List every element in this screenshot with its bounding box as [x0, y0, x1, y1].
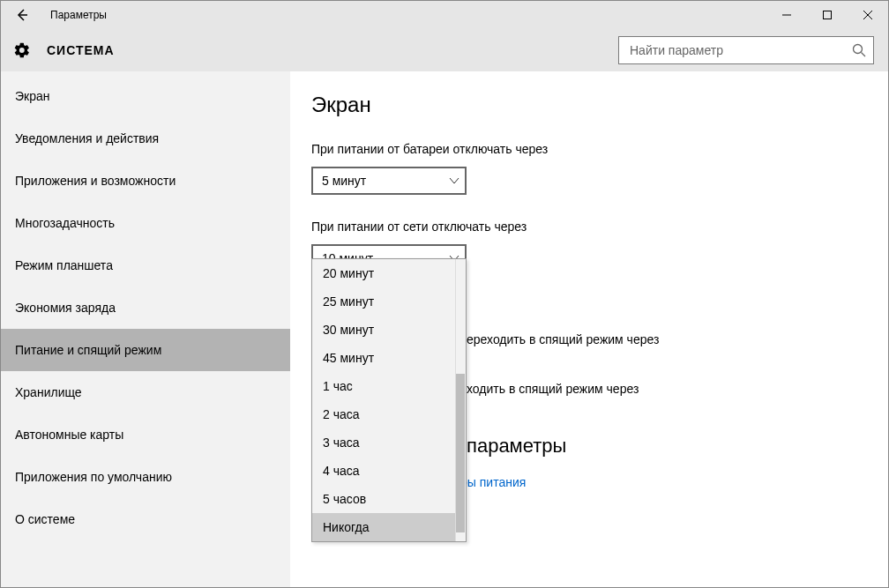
arrow-left-icon	[15, 8, 29, 22]
settings-window: Параметры СИСТЕМА ЭкранУведомления и дей…	[0, 0, 889, 588]
dropdown-option[interactable]: 4 часа	[312, 457, 466, 485]
close-button[interactable]	[848, 1, 888, 29]
dropdown-option[interactable]: Никогда	[312, 513, 466, 541]
dropdown-option[interactable]: 5 часов	[312, 485, 466, 513]
sidebar-item[interactable]: Приложения и возможности	[1, 160, 290, 202]
section-title: СИСТЕМА	[47, 43, 115, 57]
dropdown-option[interactable]: 20 минут	[312, 259, 466, 287]
battery-screen-off-label: При питании от батареи отключать через	[311, 142, 888, 156]
dropdown-option[interactable]: 1 час	[312, 372, 466, 400]
search-input[interactable]	[630, 43, 852, 57]
sidebar-item[interactable]: Многозадачность	[1, 202, 290, 244]
chevron-down-icon	[449, 175, 459, 186]
dropdown-option[interactable]: 3 часа	[312, 428, 466, 457]
sidebar-item[interactable]: Экран	[1, 75, 290, 117]
sidebar-item[interactable]: Экономия заряда	[1, 287, 290, 329]
dropdown-menu: 20 минут25 минут30 минут45 минут1 час2 ч…	[311, 258, 467, 542]
svg-rect-0	[824, 11, 832, 19]
dropdown-scrollbar[interactable]	[455, 259, 466, 541]
dropdown-option[interactable]: 30 минут	[312, 316, 466, 344]
dropdown-option[interactable]: 25 минут	[312, 287, 466, 316]
sidebar-item[interactable]: Режим планшета	[1, 244, 290, 287]
window-title: Параметры	[50, 9, 107, 21]
gear-icon	[11, 40, 33, 61]
header: СИСТЕМА	[1, 29, 888, 71]
titlebar: Параметры	[1, 1, 888, 29]
sidebar-item[interactable]: Хранилище	[1, 371, 290, 413]
sidebar-item[interactable]: Автономные карты	[1, 413, 290, 456]
sidebar-item[interactable]: Питание и спящий режим	[1, 329, 290, 371]
search-icon	[852, 43, 866, 57]
back-button[interactable]	[1, 1, 43, 29]
page-heading: Экран	[311, 93, 888, 117]
sidebar-item[interactable]: Приложения по умолчанию	[1, 456, 290, 498]
dropdown-option[interactable]: 2 часа	[312, 400, 466, 428]
scrollbar-thumb[interactable]	[456, 374, 465, 532]
sidebar-item[interactable]: Уведомления и действия	[1, 117, 290, 160]
close-icon	[863, 11, 872, 19]
svg-point-1	[854, 45, 863, 54]
search-box[interactable]	[618, 36, 874, 64]
select-value: 5 минут	[322, 174, 449, 188]
sidebar-item[interactable]: О системе	[1, 498, 290, 540]
maximize-icon	[823, 11, 832, 19]
minimize-button[interactable]	[766, 1, 807, 29]
minimize-icon	[782, 11, 791, 19]
maximize-button[interactable]	[807, 1, 848, 29]
content-pane: Экран При питании от батареи отключать ч…	[290, 71, 888, 587]
plugged-screen-off-label: При питании от сети отключать через	[311, 220, 888, 234]
sidebar: ЭкранУведомления и действияПриложения и …	[1, 71, 290, 587]
dropdown-option[interactable]: 45 минут	[312, 344, 466, 372]
battery-screen-off-select[interactable]: 5 минут	[311, 167, 467, 195]
